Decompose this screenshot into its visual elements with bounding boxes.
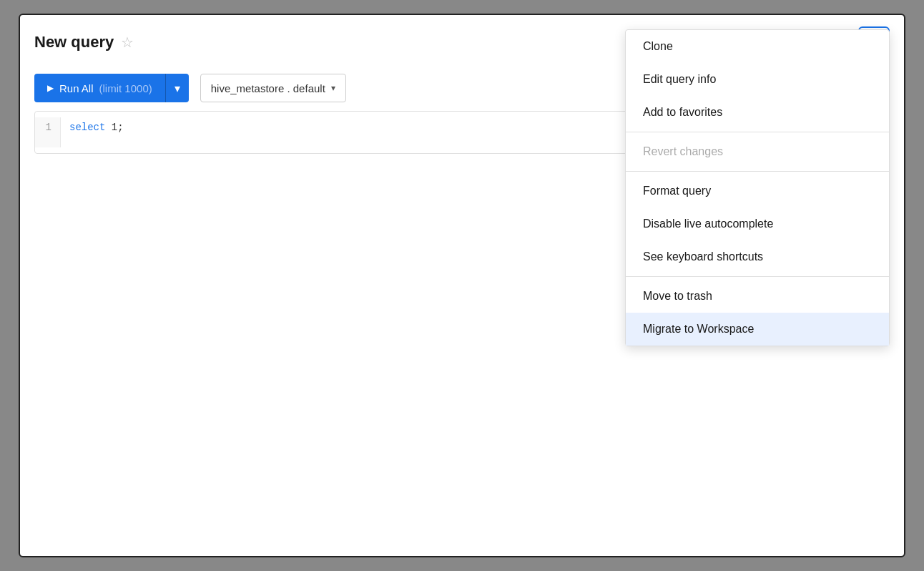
dropdown-arrow-icon: ▾	[175, 82, 180, 95]
run-all-button[interactable]: ▶ Run All (limit 1000)	[34, 74, 165, 102]
code-value: 1;	[105, 122, 123, 133]
page-title: New query	[34, 33, 114, 52]
play-icon: ▶	[47, 83, 54, 93]
favorite-star-icon[interactable]: ☆	[121, 34, 134, 51]
divider-1	[626, 132, 889, 132]
run-all-limit: (limit 1000)	[99, 82, 152, 94]
menu-item-clone[interactable]: Clone	[626, 30, 889, 63]
divider-3	[626, 276, 889, 277]
line-number: 1	[35, 117, 61, 147]
title-area: New query ☆	[34, 33, 134, 52]
context-menu: Clone Edit query info Add to favorites R…	[625, 29, 890, 346]
menu-item-disable-autocomplete[interactable]: Disable live autocomplete	[626, 208, 889, 240]
code-keyword: select	[69, 122, 105, 133]
menu-item-format-query[interactable]: Format query	[626, 175, 889, 208]
menu-item-keyboard-shortcuts[interactable]: See keyboard shortcuts	[626, 240, 889, 273]
menu-item-move-to-trash[interactable]: Move to trash	[626, 280, 889, 313]
database-selector-label: hive_metastore . default	[211, 82, 325, 94]
database-selector[interactable]: hive_metastore . default ▾	[200, 74, 346, 102]
run-dropdown-button[interactable]: ▾	[165, 74, 189, 102]
menu-item-migrate-to-workspace[interactable]: Migrate to Workspace	[626, 313, 889, 346]
divider-2	[626, 171, 889, 172]
menu-item-edit-query-info[interactable]: Edit query info	[626, 63, 889, 96]
menu-item-revert-changes: Revert changes	[626, 135, 889, 168]
main-window: New query ☆ ▶ Run All (limit 1000) ▾ hiv…	[19, 14, 905, 557]
run-all-label: Run All	[59, 82, 94, 94]
db-selector-arrow-icon: ▾	[331, 83, 335, 93]
menu-item-add-to-favorites[interactable]: Add to favorites	[626, 96, 889, 129]
